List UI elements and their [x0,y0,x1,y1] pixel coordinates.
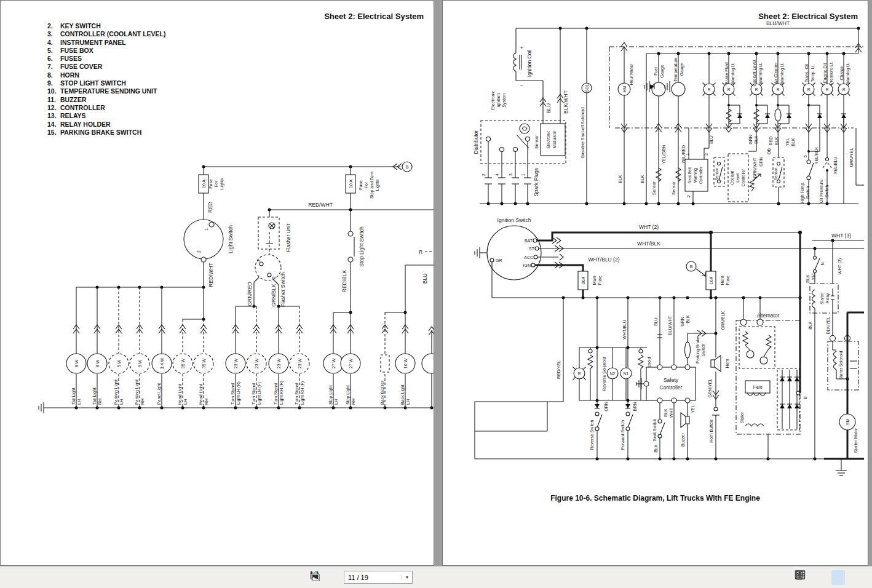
diagram-label: Brake Fluid [724,62,729,84]
diagram-label: YEL/BLU [833,157,838,175]
legend-item: 5.FUSE BOX [47,47,166,55]
legend-item: 6.FUSES [47,55,166,63]
diagram-label: R [419,249,422,255]
diagram-label: Stator [740,411,744,423]
diagram-label: SOL [585,84,589,92]
diagram-label: Warning Lt. [758,62,763,84]
legend-item: 2.KEY SWITCH [47,22,166,30]
diagram-label: BLK [806,274,810,283]
chevron-down-icon[interactable]: ▾ [402,574,412,580]
diagram-label: 2 [482,173,486,176]
diagram-label: BLK [618,175,622,183]
diagram-label: Sensor [774,167,778,180]
lamp-label: LH [406,399,410,405]
legend-label: BUZZER [60,96,87,103]
lamp-label: Turn Signal [231,383,236,405]
diagram-label: Switch [806,186,810,199]
diagram-label: Temp. Lt. [811,65,815,82]
pdf-viewer-canvas: R B 10 A Fuse For Lights RED [0,0,872,566]
lamp-label: Head Light [199,384,204,405]
diagram-label: Lights [375,179,380,191]
legend-number: 15. [47,129,60,137]
diagram-label: BLK [808,321,812,330]
diagram-label: Horn [725,359,729,368]
diagram-label: BLU/WHT [766,20,790,26]
diagram-label: SM [846,419,850,426]
alternator-circuit: Alternator Field Stator B [736,232,807,459]
diagram-label: YEL [691,405,695,413]
diagram-label: Starter Motor [854,427,858,453]
legend-label: STOP LIGHT SWITCH [60,79,126,87]
diagram-label: Temperature [673,57,678,81]
diagram-label: Flasher Unit [285,223,291,252]
legend-label: FUSE BOX [60,47,93,54]
lamp-label: Tail Light [71,387,76,405]
diagram-label: GRN/WHT [753,157,757,178]
diagram-label: Warning Lt. [846,62,850,84]
direction-solenoids: RED/YEL WHT/BLU Reverse Solenoid N2 [475,298,651,459]
legend-item: 9.STOP LIGHT SWITCH [47,79,166,87]
diagram-label: Switch [825,185,829,198]
diagram-label: BLK/YEL [826,317,830,335]
next-page-button[interactable] [416,571,430,584]
legend-label: TEMPERATURE SENDING UNIT [60,87,157,95]
last-page-button[interactable] [434,571,447,584]
diagram-label: Fuse [598,276,602,285]
diagram-label: WHT (2) [838,258,842,274]
lamp-label: Parking Light [114,379,119,405]
diagram-label: 10 A [202,180,206,188]
legend-number: 12. [47,104,60,112]
diagram-label: YEL/BLK [814,146,818,164]
diagram-label: GRN/YEL [708,379,712,398]
diagram-label: Reverse Switch [590,420,594,450]
next-view-button[interactable] [477,571,490,584]
two-page-view-button[interactable] [831,570,845,585]
page-display-modes [795,570,863,585]
diagram-label: War­ning [693,168,698,183]
diagram-label: BLK [640,175,644,183]
diagram-label: GRN/BLK [271,284,277,307]
page-number-combobox[interactable]: ▾ [344,571,413,584]
two-page-scrolling-icon [795,570,806,581]
diagram-label: Air Cleaner [774,62,778,84]
scrolling-view-button[interactable] [813,570,826,585]
diagram-label: BLU [422,274,428,284]
lamp-label: Head Light [178,384,183,405]
diagram-label: Gauge [680,63,684,76]
diagram-label: BLK [686,315,690,324]
legend-label: FUSE COVER [60,63,102,70]
lamp-label: RH [140,399,145,405]
prev-page-button[interactable] [327,571,340,584]
ignition-switch-circuit: Ignition Switch BAT ST ACC IGN GR WHT (2… [475,217,864,300]
diagram-label: N1 [624,371,629,376]
diagram-label: ACC [524,255,533,260]
diagram-label: WHT/BLK [637,240,660,247]
legend-label: KEY SWITCH [60,22,101,30]
lamp-wattage: 23 W [298,358,302,368]
diagram-label: Gauge [660,65,665,77]
previous-view-button[interactable] [459,571,473,584]
diagram-label: GRN/RED [247,282,253,306]
diagram-label: WHT (2) [639,224,659,230]
diagram-label: ST [529,247,535,251]
diagram-label: BLK [654,444,658,453]
diagram-label: Warning Lt. [780,62,785,84]
diagram-label: Stop Light Switch [359,226,365,267]
lamp-wattage: 8 W [95,359,100,367]
two-page-scrolling-view-button[interactable] [850,570,863,585]
lamp-label: Turn Signal [295,383,299,405]
legend-item: 7.FUSE COVER [47,63,166,71]
page-number-input[interactable] [344,574,402,581]
lamp-label: Back Light [400,384,405,405]
right-schematic-diagram: BLU/WHT + − Ignition Coil BLU BLK/WHT El… [443,1,868,566]
diagram-label: Flasher Switch [280,272,286,307]
diagram-label: WHT (3) [831,232,851,239]
diagram-label: Main [592,276,597,285]
document-page-right: BLU/WHT + − Ignition Coil BLU BLK/WHT El… [442,0,868,566]
lamp-label: Light RH (F) [300,381,305,405]
lamp-wattage: 35 W [181,358,185,368]
legend-number: 6. [47,55,60,63]
legend-label: INSTRUMENT PANEL [60,39,126,46]
legend-label: RELAYS [60,112,86,119]
page-title: Sheet 2: Electrical System [324,12,424,21]
